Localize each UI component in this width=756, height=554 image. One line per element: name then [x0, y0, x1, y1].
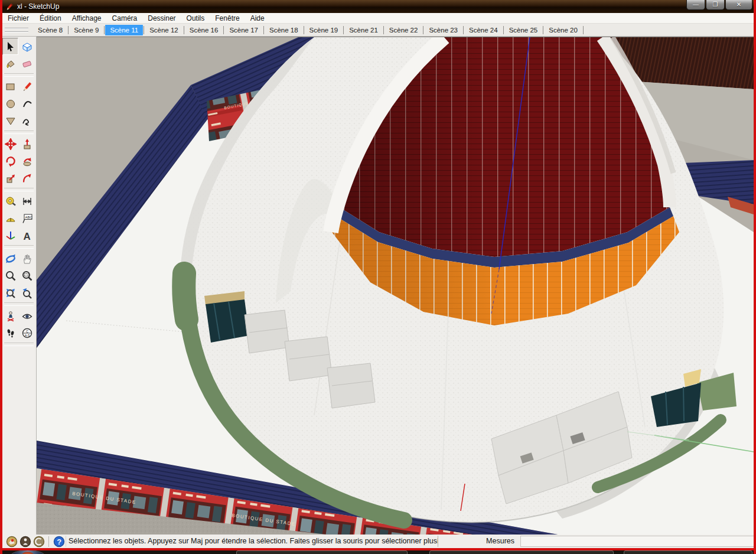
tool-look-around[interactable] [19, 307, 35, 324]
tool-select[interactable] [2, 38, 18, 55]
tool-move[interactable] [2, 135, 18, 152]
tool-polygon[interactable] [2, 112, 18, 129]
scene-tab-sc-ne-8[interactable]: Scène 8 [33, 25, 67, 35]
scene-tab-sc-ne-16[interactable]: Scène 16 [185, 25, 223, 35]
measurements-input[interactable] [520, 536, 754, 547]
taskbar-orb[interactable] [11, 550, 45, 554]
scene-tab-bar: Scène 8Scène 9Scène 11Scène 12Scène 16Sc… [2, 24, 754, 37]
tool-eraser[interactable] [19, 55, 35, 72]
tool-rotate[interactable] [2, 152, 18, 170]
tool-group-divider [4, 302, 34, 306]
tool-tape-measure[interactable] [2, 193, 18, 210]
section-plane-icon: CA-5 [21, 327, 33, 339]
dimension-icon [21, 195, 33, 207]
taskbar-button[interactable] [429, 550, 614, 554]
toolbar-grip[interactable] [5, 28, 28, 32]
tool-follow-me[interactable] [19, 152, 35, 170]
tool-position-camera[interactable] [2, 307, 18, 324]
tool-group-divider [4, 131, 34, 134]
tool-paint-bucket[interactable] [2, 55, 18, 72]
glass-facade-left[interactable] [204, 291, 249, 343]
svg-text:?: ? [57, 537, 61, 546]
look-around-icon [21, 310, 33, 322]
tool-text[interactable]: ABC [19, 210, 35, 227]
tool-group-divider [4, 245, 34, 249]
tape-measure-icon [5, 195, 17, 207]
tool-orbit[interactable] [2, 250, 18, 267]
status-bar: ? Sélectionnez les objets. Appuyez sur M… [2, 535, 754, 548]
taskbar-button[interactable] [624, 550, 752, 554]
scene-tab-sc-ne-19[interactable]: Scène 19 [305, 25, 343, 35]
scene-tab-sc-ne-11[interactable]: Scène 11 [105, 25, 143, 35]
eraser-icon [21, 58, 33, 70]
menu-affichage[interactable]: Affichage [67, 14, 107, 23]
zoom-icon [5, 270, 17, 282]
tool-group-divider [4, 188, 34, 191]
tool-line[interactable] [19, 78, 35, 95]
drawing-viewport[interactable]: BOUTIQUE DU STADE BOUTIQUE DU STADE BOUT… [37, 37, 754, 535]
scene-tab-sc-ne-9[interactable]: Scène 9 [69, 25, 103, 35]
sketchup-window: xl - SketchUp —❐✕ FichierÉditionAffichag… [0, 0, 756, 554]
scene-tab-sc-ne-17[interactable]: Scène 17 [224, 25, 263, 35]
offset-icon [21, 172, 33, 184]
tool-freehand[interactable] [19, 112, 35, 129]
tool-walk[interactable] [2, 324, 18, 341]
scene-tab-sc-ne-23[interactable]: Scène 23 [424, 25, 462, 35]
tab-separator [343, 26, 344, 34]
menu-dessiner[interactable]: Dessiner [142, 14, 181, 23]
scene-tab-sc-ne-24[interactable]: Scène 24 [464, 25, 503, 35]
tool-zoom[interactable] [2, 267, 18, 284]
sketchup-account-icon[interactable] [33, 536, 44, 547]
menu-outils[interactable]: Outils [181, 14, 210, 23]
restore-button[interactable]: ❐ [706, 0, 725, 10]
tool-dimension[interactable] [19, 193, 35, 210]
menu-edition[interactable]: Édition [34, 14, 67, 23]
menu-fichier[interactable]: Fichier [2, 14, 34, 23]
tool-circle[interactable] [2, 95, 18, 112]
make-component-icon [21, 41, 33, 53]
position-camera-icon [5, 310, 17, 322]
tool-zoom-extents[interactable] [2, 284, 18, 301]
title-bar[interactable]: xl - SketchUp —❐✕ [0, 0, 756, 13]
tool-pan[interactable] [19, 250, 35, 267]
minimize-button[interactable]: — [686, 0, 705, 10]
windows-taskbar[interactable] [0, 550, 756, 554]
tool-protractor[interactable] [2, 210, 18, 227]
taskbar-button[interactable] [236, 550, 408, 554]
measurements-label: Mesures [438, 536, 520, 547]
scene-tab-sc-ne-21[interactable]: Scène 21 [344, 25, 383, 35]
axes-icon [5, 230, 17, 242]
close-button[interactable]: ✕ [725, 0, 752, 10]
tool-scale[interactable] [2, 170, 18, 187]
tool-push-pull[interactable] [19, 135, 35, 152]
menu-camera[interactable]: Caméra [107, 14, 143, 23]
help-icon[interactable]: ? [53, 536, 64, 547]
rotate-icon [5, 155, 17, 167]
text-icon: ABC [21, 213, 33, 224]
scene-tab-sc-ne-18[interactable]: Scène 18 [265, 25, 303, 35]
tool-offset[interactable] [19, 170, 35, 187]
tool-axes[interactable] [2, 227, 18, 244]
credit-attribution-icon[interactable] [19, 536, 31, 547]
tool-make-component[interactable] [19, 38, 35, 55]
geolocation-icon[interactable] [6, 536, 17, 547]
window-title: xl - SketchUp [17, 2, 59, 11]
tool-palette: ABCACA-5 [2, 37, 37, 535]
menu-aide[interactable]: Aide [245, 14, 270, 23]
scale-icon [5, 172, 17, 184]
tab-separator [463, 26, 464, 34]
tool-zoom-window[interactable] [19, 267, 35, 284]
tool-section-plane[interactable]: CA-5 [19, 324, 35, 341]
scene-tab-sc-ne-12[interactable]: Scène 12 [145, 25, 183, 35]
scene-tab-sc-ne-25[interactable]: Scène 25 [504, 25, 543, 35]
tool-rectangle[interactable] [2, 78, 18, 95]
svg-text:C: C [26, 329, 28, 333]
tab-separator [104, 26, 105, 34]
scene-tab-sc-ne-22[interactable]: Scène 22 [384, 25, 423, 35]
svg-text:A: A [23, 230, 30, 242]
tool-arc[interactable] [19, 95, 35, 112]
tool-zoom-previous[interactable] [19, 284, 35, 301]
menu-fenetre[interactable]: Fenêtre [210, 14, 245, 23]
tool-3d-text[interactable]: A [19, 227, 35, 244]
scene-tab-sc-ne-20[interactable]: Scène 20 [544, 25, 582, 35]
